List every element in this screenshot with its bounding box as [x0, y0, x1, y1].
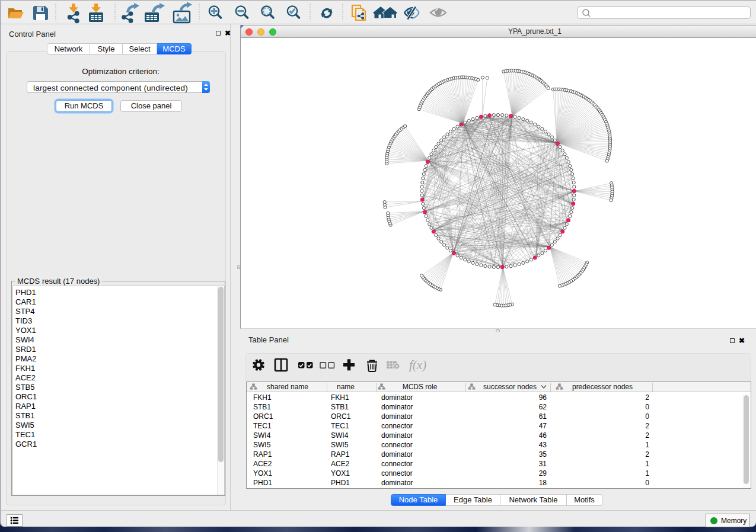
svg-text:f(x): f(x) — [409, 358, 426, 372]
